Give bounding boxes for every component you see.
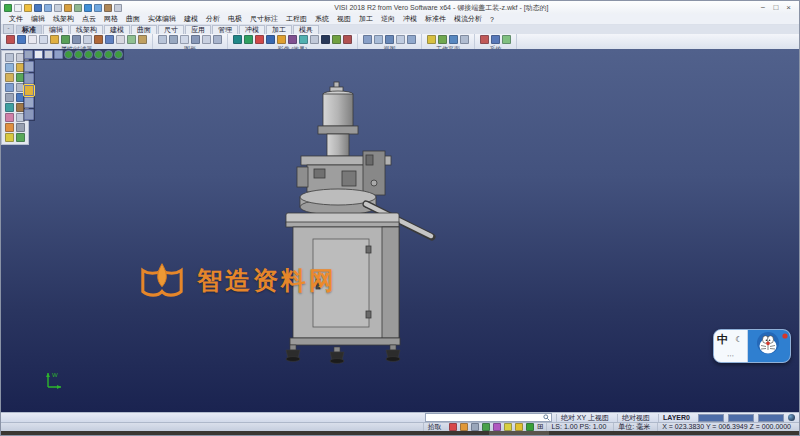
color-sphere-icon[interactable]	[788, 414, 795, 421]
ribbon-tab-1[interactable]: 编辑	[43, 25, 69, 34]
filter-text-icon[interactable]	[94, 35, 103, 44]
view-mode-indicator[interactable]: 绝对 XY 上视图	[556, 414, 613, 422]
environment-icon[interactable]	[321, 35, 330, 44]
machine-cabinet[interactable]	[286, 213, 400, 345]
menu-item-12[interactable]: 系统	[311, 14, 333, 24]
workplane-indicator-icon[interactable]	[526, 423, 534, 431]
menu-item-18[interactable]: 模流分析	[450, 14, 486, 24]
redo-icon[interactable]	[94, 4, 102, 12]
print-icon[interactable]	[54, 4, 62, 12]
menu-item-19[interactable]: ?	[486, 16, 498, 23]
side-tool-active-icon[interactable]	[24, 85, 34, 96]
ime-toolbar[interactable]: 中 ☾ ⋯	[713, 329, 791, 363]
ime-halfwidth-icon[interactable]: ☾	[735, 335, 742, 344]
help-tool-icon[interactable]	[502, 35, 511, 44]
menu-item-1[interactable]: 编辑	[27, 14, 49, 24]
close-button[interactable]: ×	[786, 4, 791, 12]
tab-overflow-button[interactable]: -	[3, 24, 14, 34]
menu-item-2[interactable]: 线架构	[49, 14, 78, 24]
property-editor-icon[interactable]	[138, 35, 147, 44]
active-layer-indicator[interactable]: LAYER0	[658, 414, 694, 422]
rotate-view-icon[interactable]	[396, 35, 405, 44]
shadow-icon[interactable]	[332, 35, 341, 44]
menu-item-11[interactable]: 工程图	[282, 14, 311, 24]
menu-item-9[interactable]: 电极	[224, 14, 246, 24]
menu-item-13[interactable]: 视图	[333, 14, 355, 24]
shaded-left-view-icon[interactable]	[104, 50, 113, 59]
section-view-icon[interactable]	[288, 35, 297, 44]
save-icon[interactable]	[34, 4, 42, 12]
app-logo-icon[interactable]	[4, 4, 12, 12]
maximize-button[interactable]: □	[773, 4, 778, 12]
ribbon-tab-10[interactable]: 模具	[293, 25, 319, 34]
transparency-icon[interactable]	[191, 35, 200, 44]
pick-mode-label[interactable]: 拾取	[423, 423, 446, 431]
snap-quadrant-icon[interactable]	[493, 423, 501, 431]
menu-item-5[interactable]: 曲面	[122, 14, 144, 24]
side-tool-4-icon[interactable]	[24, 97, 34, 108]
filter-point-icon[interactable]	[50, 35, 59, 44]
menu-item-7[interactable]: 建模	[180, 14, 202, 24]
stamp-icon[interactable]	[104, 4, 112, 12]
side-tool-1-icon[interactable]	[24, 61, 34, 72]
highlight-icon[interactable]	[202, 35, 211, 44]
database-icon[interactable]	[491, 35, 500, 44]
menu-item-17[interactable]: 标准件	[421, 14, 450, 24]
save-all-icon[interactable]	[44, 4, 52, 12]
hidden-line-icon[interactable]	[180, 35, 189, 44]
layer-select-icon[interactable]	[28, 35, 37, 44]
selection-filter-icon[interactable]	[116, 35, 125, 44]
3d-viewport[interactable]: 智造资料网 W 中 ☾ ⋯	[1, 49, 799, 412]
shaded-back-view-icon[interactable]	[94, 50, 103, 59]
workplane-xy-icon[interactable]	[427, 35, 436, 44]
machine-feet[interactable]	[286, 345, 400, 363]
menu-item-0[interactable]: 文件	[5, 14, 27, 24]
texture-icon[interactable]	[310, 35, 319, 44]
effects-icon[interactable]	[343, 35, 352, 44]
shading-quality-icon[interactable]	[244, 35, 253, 44]
customize-dropdown-icon[interactable]	[114, 4, 122, 12]
snap-mid-icon[interactable]	[471, 423, 479, 431]
new-document-icon[interactable]	[14, 4, 22, 12]
import-icon[interactable]	[64, 4, 72, 12]
filter-line-icon[interactable]	[61, 35, 70, 44]
axonometric-view-icon[interactable]	[54, 50, 63, 59]
snap-center-icon[interactable]	[482, 423, 490, 431]
line-type-icon[interactable]	[17, 35, 26, 44]
chamfer-tool-icon[interactable]	[5, 113, 14, 122]
attribute-paint-icon[interactable]	[39, 35, 48, 44]
minimize-button[interactable]: −	[761, 4, 766, 12]
ribbon-tab-7[interactable]: 管理	[212, 25, 238, 34]
ime-language-indicator[interactable]: 中	[717, 332, 728, 347]
rotate-tool-icon[interactable]	[16, 123, 25, 132]
color-attribute-icon[interactable]	[6, 35, 15, 44]
ime-menu-icon[interactable]: ⋯	[727, 352, 734, 360]
filter-dimension-icon[interactable]	[105, 35, 114, 44]
ribbon-tab-2[interactable]: 线架构	[70, 25, 103, 34]
shaded-iso-view-icon[interactable]	[114, 50, 123, 59]
rectangle-tool-icon[interactable]	[5, 83, 14, 92]
export-icon[interactable]	[74, 4, 82, 12]
menu-item-10[interactable]: 尺寸标注	[246, 14, 282, 24]
ribbon-tab-8[interactable]: 冲模	[239, 25, 265, 34]
flat-display-icon[interactable]	[34, 50, 43, 59]
pan-icon[interactable]	[385, 35, 394, 44]
extend-tool-icon[interactable]	[5, 103, 14, 112]
view-reference-indicator[interactable]: 绝对视图	[617, 414, 654, 422]
select-tool-icon[interactable]	[5, 53, 14, 62]
ribbon-tab-6[interactable]: 应用	[185, 25, 211, 34]
menu-item-15[interactable]: 逆向	[377, 14, 399, 24]
ribbon-tab-4[interactable]: 曲面	[131, 25, 157, 34]
reflection-icon[interactable]	[299, 35, 308, 44]
offset-tool-icon[interactable]	[5, 93, 14, 102]
render-mode-icon[interactable]	[233, 35, 242, 44]
move-tool-icon[interactable]	[5, 123, 14, 132]
shaded-display-icon[interactable]	[169, 35, 178, 44]
search-input[interactable]	[425, 413, 552, 422]
ribbon-tab-3[interactable]: 建模	[104, 25, 130, 34]
filter-solid-icon[interactable]	[83, 35, 92, 44]
grid-toggle-icon[interactable]: ⊞	[537, 423, 544, 431]
side-tool-2-icon[interactable]	[24, 73, 34, 84]
system-settings-icon[interactable]	[480, 35, 489, 44]
shaded-front-view-icon[interactable]	[74, 50, 83, 59]
